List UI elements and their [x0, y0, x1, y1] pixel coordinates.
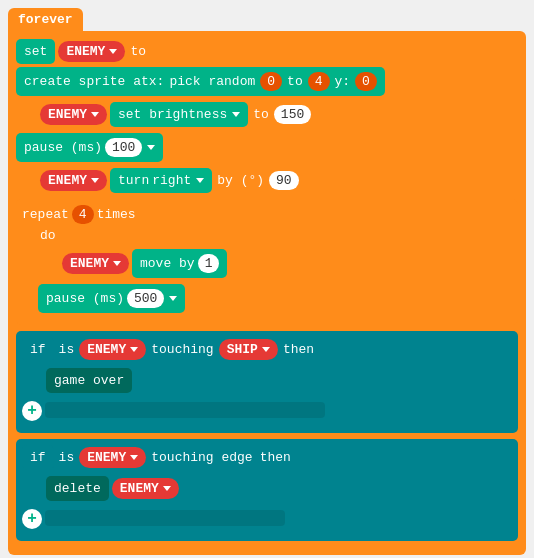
- pause-val-1[interactable]: 100: [105, 138, 142, 157]
- brightness-to-label: to: [251, 107, 271, 122]
- enemy-label-3: ENEMY: [48, 173, 87, 188]
- set-brightness-block[interactable]: set brightness: [110, 102, 248, 127]
- enemy-label-6: ENEMY: [87, 450, 126, 465]
- pause-dropdown-1[interactable]: [147, 145, 155, 150]
- enemy-dropdown-7[interactable]: [163, 486, 171, 491]
- add-button-1[interactable]: +: [22, 401, 42, 421]
- blocks-container: forever set ENEMY to create sprite atx: …: [0, 0, 534, 558]
- if-keyword-2[interactable]: if: [22, 445, 54, 470]
- repeat-header: repeat 4 times: [22, 205, 512, 224]
- do-label: do: [38, 228, 58, 243]
- enemy-label-7: ENEMY: [120, 481, 159, 496]
- enemy-label-1: ENEMY: [66, 44, 105, 59]
- move-block[interactable]: move by 1: [132, 249, 227, 278]
- brightness-row: ENEMY set brightness to 150: [40, 102, 518, 127]
- brightness-val[interactable]: 150: [274, 105, 311, 124]
- if-label-2: if: [30, 450, 46, 465]
- if-label-1: if: [30, 342, 46, 357]
- enemy-block-3[interactable]: ENEMY: [40, 170, 107, 191]
- enemy-dropdown-6[interactable]: [130, 455, 138, 460]
- ship-block[interactable]: SHIP: [219, 339, 278, 360]
- if-block-1: if is ENEMY touching SHIP then: [16, 331, 518, 433]
- enemy-label-4: ENEMY: [70, 256, 109, 271]
- enemy-dropdown-2[interactable]: [91, 112, 99, 117]
- y-label: y:: [333, 74, 353, 89]
- enemy-block-5[interactable]: ENEMY: [79, 339, 146, 360]
- right-label: right: [152, 173, 191, 188]
- enemy-dropdown-3[interactable]: [91, 178, 99, 183]
- enemy-dropdown-1[interactable]: [109, 49, 117, 54]
- add-btn-row-2: +: [22, 507, 512, 529]
- delete-block[interactable]: delete: [46, 476, 109, 501]
- delete-label: delete: [54, 481, 101, 496]
- pause-block-1[interactable]: pause (ms) 100: [16, 133, 163, 162]
- to-label-2: to: [285, 74, 305, 89]
- repeat-label: repeat: [22, 207, 69, 222]
- enemy-block-7[interactable]: ENEMY: [112, 478, 179, 499]
- if-row-2: if is ENEMY touching edge then: [22, 445, 512, 470]
- pause-block-2[interactable]: pause (ms) 500: [38, 284, 185, 313]
- if-row-1: if is ENEMY touching SHIP then: [22, 337, 512, 362]
- repeat-count[interactable]: 4: [72, 205, 94, 224]
- ship-dropdown[interactable]: [262, 347, 270, 352]
- delete-row: delete ENEMY: [46, 476, 512, 501]
- repeat-block: repeat 4 times do ENEMY: [16, 199, 518, 325]
- enemy-block-6[interactable]: ENEMY: [79, 447, 146, 468]
- enemy-label-5: ENEMY: [87, 342, 126, 357]
- forever-block: forever set ENEMY to create sprite atx: …: [8, 8, 526, 555]
- do-row: do: [38, 228, 512, 243]
- forever-label[interactable]: forever: [8, 8, 83, 31]
- game-over-row: game over: [46, 368, 512, 393]
- ship-label: SHIP: [227, 342, 258, 357]
- enemy-dropdown-4[interactable]: [113, 261, 121, 266]
- pause-row-2: pause (ms) 500: [38, 284, 512, 313]
- game-over-label: game over: [54, 373, 124, 388]
- pause-row-1: pause (ms) 100: [16, 133, 518, 162]
- game-over-block[interactable]: game over: [46, 368, 132, 393]
- move-row: ENEMY move by 1: [62, 249, 512, 278]
- random-from-val[interactable]: 0: [260, 72, 282, 91]
- add-button-2[interactable]: +: [22, 509, 42, 529]
- touching-edge-label: touching edge: [149, 450, 254, 465]
- create-sprite-block[interactable]: create sprite atx: pick random 0 to 4 y:…: [16, 67, 385, 96]
- times-label: times: [97, 207, 136, 222]
- create-sprite-label: create sprite atx:: [24, 74, 164, 89]
- move-by-label: move by: [140, 256, 195, 271]
- by-label: by (°): [215, 173, 266, 188]
- set-label: set: [24, 44, 47, 59]
- if-block-2: if is ENEMY touching edge then delete: [16, 439, 518, 541]
- set-brightness-label: set brightness: [118, 107, 227, 122]
- turn-label: turn: [118, 173, 149, 188]
- then-label-1: then: [281, 342, 316, 357]
- turn-block[interactable]: turn right: [110, 168, 212, 193]
- is-label-2: is: [57, 450, 77, 465]
- is-label-1: is: [57, 342, 77, 357]
- turn-row: ENEMY turn right by (°) 90: [40, 168, 518, 193]
- turn-dropdown[interactable]: [196, 178, 204, 183]
- pause-label-2: pause (ms): [46, 291, 124, 306]
- enemy-dropdown-5[interactable]: [130, 347, 138, 352]
- to-label-1: to: [128, 44, 148, 59]
- set-block[interactable]: set: [16, 39, 55, 64]
- touching-label-1: touching: [149, 342, 215, 357]
- pick-random-label: pick random: [167, 74, 257, 89]
- move-val[interactable]: 1: [198, 254, 220, 273]
- add-btn-row-1: +: [22, 399, 512, 421]
- pause-val-2[interactable]: 500: [127, 289, 164, 308]
- set-row: set ENEMY to create sprite atx: pick ran…: [16, 39, 518, 96]
- enemy-label-2: ENEMY: [48, 107, 87, 122]
- brightness-dropdown[interactable]: [232, 112, 240, 117]
- pause-label-1: pause (ms): [24, 140, 102, 155]
- then-label-2: then: [258, 450, 293, 465]
- enemy-block-4[interactable]: ENEMY: [62, 253, 129, 274]
- forever-body: set ENEMY to create sprite atx: pick ran…: [8, 31, 526, 555]
- y-val[interactable]: 0: [355, 72, 377, 91]
- enemy-block-1[interactable]: ENEMY: [58, 41, 125, 62]
- repeat-body: do ENEMY move by 1: [38, 228, 512, 313]
- turn-val[interactable]: 90: [269, 171, 299, 190]
- pause-dropdown-2[interactable]: [169, 296, 177, 301]
- enemy-block-2[interactable]: ENEMY: [40, 104, 107, 125]
- random-to-val[interactable]: 4: [308, 72, 330, 91]
- if-keyword-1[interactable]: if: [22, 337, 54, 362]
